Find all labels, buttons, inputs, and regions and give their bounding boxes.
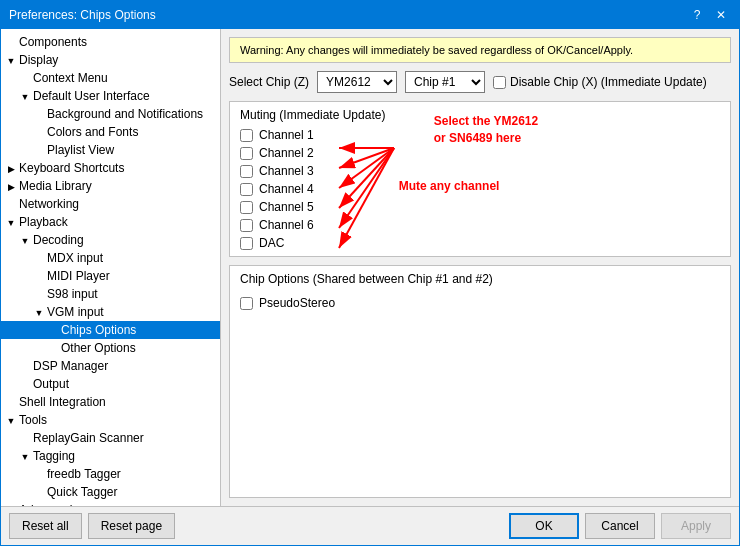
- sidebar: Components▼Display Context Menu▼Default …: [1, 29, 221, 506]
- sidebar-item-media-library[interactable]: ▶Media Library: [1, 177, 220, 195]
- sidebar-item-output[interactable]: Output: [1, 375, 220, 393]
- tree-arrow-default-ui: ▼: [19, 92, 31, 102]
- main-panel: Warning: Any changes will immediately be…: [221, 29, 739, 506]
- pseudo-stereo-checkbox[interactable]: [240, 297, 253, 310]
- channel-checkbox-2[interactable]: [240, 165, 253, 178]
- sidebar-label-replaygain: ReplayGain Scanner: [33, 431, 144, 445]
- channel-checkbox-6[interactable]: [240, 237, 253, 250]
- sidebar-label-context-menu: Context Menu: [33, 71, 108, 85]
- sidebar-item-quick-tagger[interactable]: Quick Tagger: [1, 483, 220, 501]
- apply-button[interactable]: Apply: [661, 513, 731, 539]
- reset-page-button[interactable]: Reset page: [88, 513, 175, 539]
- sidebar-label-midi-player: MIDI Player: [47, 269, 110, 283]
- sidebar-item-default-ui[interactable]: ▼Default User Interface: [1, 87, 220, 105]
- svg-line-5: [339, 148, 394, 228]
- sidebar-item-display[interactable]: ▼Display: [1, 51, 220, 69]
- channel-item-0: Channel 1: [240, 128, 314, 142]
- chip-select[interactable]: YM2612 SN6489: [317, 71, 397, 93]
- disable-chip-row: Disable Chip (X) (Immediate Update): [493, 75, 707, 89]
- channel-checkbox-1[interactable]: [240, 147, 253, 160]
- sidebar-label-mdx-input: MDX input: [47, 251, 103, 265]
- close-button[interactable]: ✕: [711, 6, 731, 24]
- channel-label-1: Channel 2: [259, 146, 314, 160]
- sidebar-item-mdx-input[interactable]: MDX input: [1, 249, 220, 267]
- channel-item-3: Channel 4: [240, 182, 314, 196]
- sidebar-item-colors-fonts[interactable]: Colors and Fonts: [1, 123, 220, 141]
- bottom-left-buttons: Reset all Reset page: [9, 513, 503, 539]
- channel-checkbox-0[interactable]: [240, 129, 253, 142]
- content-area: Components▼Display Context Menu▼Default …: [1, 29, 739, 506]
- sidebar-label-playback: Playback: [19, 215, 68, 229]
- sidebar-item-shell-integration[interactable]: Shell Integration: [1, 393, 220, 411]
- sidebar-item-playback[interactable]: ▼Playback: [1, 213, 220, 231]
- channel-checkbox-4[interactable]: [240, 201, 253, 214]
- sidebar-item-tagging[interactable]: ▼Tagging: [1, 447, 220, 465]
- pseudo-stereo-label: PseudoStereo: [259, 296, 335, 310]
- sidebar-item-vgm-input[interactable]: ▼VGM input: [1, 303, 220, 321]
- sidebar-label-colors-fonts: Colors and Fonts: [47, 125, 138, 139]
- window-title: Preferences: Chips Options: [9, 8, 156, 22]
- sidebar-item-replaygain[interactable]: ReplayGain Scanner: [1, 429, 220, 447]
- warning-box: Warning: Any changes will immediately be…: [229, 37, 731, 63]
- disable-chip-checkbox[interactable]: [493, 76, 506, 89]
- reset-all-button[interactable]: Reset all: [9, 513, 82, 539]
- sidebar-label-display: Display: [19, 53, 58, 67]
- sidebar-item-s98-input[interactable]: S98 input: [1, 285, 220, 303]
- warning-text: Warning: Any changes will immediately be…: [240, 44, 633, 56]
- channel-item-6: DAC: [240, 236, 314, 250]
- sidebar-label-s98-input: S98 input: [47, 287, 98, 301]
- sidebar-item-decoding[interactable]: ▼Decoding: [1, 231, 220, 249]
- sidebar-item-other-options[interactable]: Other Options: [1, 339, 220, 357]
- cancel-button[interactable]: Cancel: [585, 513, 655, 539]
- channel-item-1: Channel 2: [240, 146, 314, 160]
- sidebar-item-tools[interactable]: ▼Tools: [1, 411, 220, 429]
- sidebar-label-freedb: freedb Tagger: [47, 467, 121, 481]
- sidebar-label-default-ui: Default User Interface: [33, 89, 150, 103]
- disable-chip-label: Disable Chip (X) (Immediate Update): [510, 75, 707, 89]
- chip-select-annotation: Select the YM2612or SN6489 here: [434, 113, 539, 147]
- preferences-window: Preferences: Chips Options ? ✕ Component…: [0, 0, 740, 546]
- chipnum-select[interactable]: Chip #1 Chip #2: [405, 71, 485, 93]
- channels-and-arrows: Channel 1Channel 2Channel 3Channel 4Chan…: [240, 128, 720, 250]
- tree-arrow-display: ▼: [5, 56, 17, 66]
- sidebar-item-playlist-view[interactable]: Playlist View: [1, 141, 220, 159]
- sidebar-item-kbd-shortcuts[interactable]: ▶Keyboard Shortcuts: [1, 159, 220, 177]
- sidebar-item-dsp-manager[interactable]: DSP Manager: [1, 357, 220, 375]
- sidebar-label-vgm-input: VGM input: [47, 305, 104, 319]
- sidebar-item-chips-options[interactable]: Chips Options: [1, 321, 220, 339]
- sidebar-label-chips-options: Chips Options: [61, 323, 136, 337]
- sidebar-item-freedb[interactable]: freedb Tagger: [1, 465, 220, 483]
- sidebar-item-bg-notif[interactable]: Background and Notifications: [1, 105, 220, 123]
- sidebar-label-shell-integration: Shell Integration: [19, 395, 106, 409]
- mute-annotation: Mute any channel: [399, 178, 500, 195]
- annotation-area: Mute any channel Select the YM2612or SN6…: [334, 128, 720, 250]
- channel-label-6: DAC: [259, 236, 284, 250]
- channel-checkbox-3[interactable]: [240, 183, 253, 196]
- chip-options-section: Chip Options (Shared between Chip #1 and…: [229, 265, 731, 498]
- sidebar-label-tools: Tools: [19, 413, 47, 427]
- bottom-bar: Reset all Reset page OK Cancel Apply: [1, 506, 739, 545]
- pseudo-stereo-row: PseudoStereo: [240, 296, 720, 310]
- tree-arrow-vgm-input: ▼: [33, 308, 45, 318]
- tree-arrow-tagging: ▼: [19, 452, 31, 462]
- sidebar-item-networking[interactable]: Networking: [1, 195, 220, 213]
- sidebar-label-playlist-view: Playlist View: [47, 143, 114, 157]
- sidebar-item-components[interactable]: Components: [1, 33, 220, 51]
- tree-arrow-media-library: ▶: [5, 182, 17, 192]
- channel-item-2: Channel 3: [240, 164, 314, 178]
- channel-item-4: Channel 5: [240, 200, 314, 214]
- ok-button[interactable]: OK: [509, 513, 579, 539]
- svg-line-3: [339, 148, 394, 188]
- sidebar-item-midi-player[interactable]: MIDI Player: [1, 267, 220, 285]
- sidebar-label-networking: Networking: [19, 197, 79, 211]
- channel-label-0: Channel 1: [259, 128, 314, 142]
- sidebar-label-kbd-shortcuts: Keyboard Shortcuts: [19, 161, 124, 175]
- channel-label-2: Channel 3: [259, 164, 314, 178]
- help-button[interactable]: ?: [687, 6, 707, 24]
- title-bar: Preferences: Chips Options ? ✕: [1, 1, 739, 29]
- channel-label-3: Channel 4: [259, 182, 314, 196]
- channel-checkbox-5[interactable]: [240, 219, 253, 232]
- muting-section: Muting (Immediate Update) Channel 1Chann…: [229, 101, 731, 257]
- sidebar-item-context-menu[interactable]: Context Menu: [1, 69, 220, 87]
- channels-list: Channel 1Channel 2Channel 3Channel 4Chan…: [240, 128, 314, 250]
